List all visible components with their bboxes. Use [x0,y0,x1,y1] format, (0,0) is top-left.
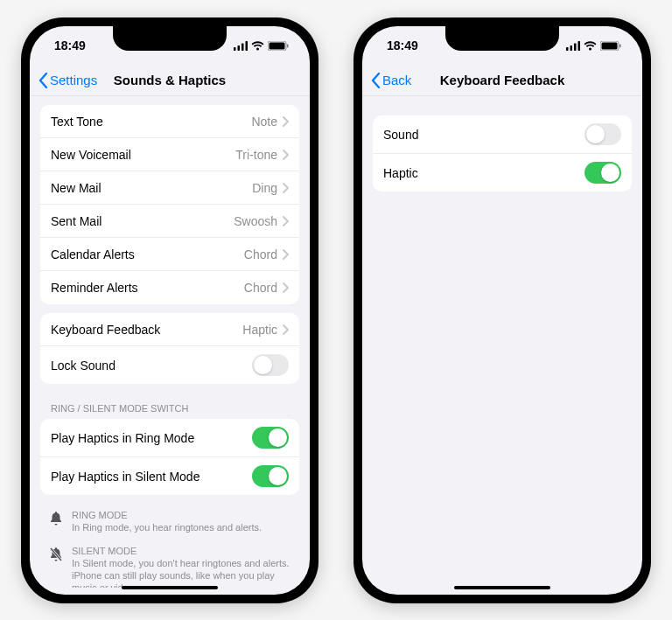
row-haptic: Haptic [373,154,632,192]
row-haptics-ring: Play Haptics in Ring Mode [40,419,299,457]
svg-rect-3 [246,41,248,51]
row-reminder-alerts[interactable]: Reminder Alerts Chord [40,271,299,304]
row-calendar-alerts[interactable]: Calendar Alerts Chord [40,238,299,271]
back-button[interactable]: Back [371,73,411,88]
feedback-section: Keyboard Feedback Haptic Lock Sound [40,313,299,384]
chevron-right-icon [283,282,289,293]
silent-mode-text: In Silent mode, you don't hear ringtones… [72,558,290,588]
ring-silent-section: Play Haptics in Ring Mode Play Haptics i… [40,419,299,495]
ring-mode-heading: RING MODE [72,509,262,521]
chevron-left-icon [38,73,48,88]
svg-rect-13 [578,41,581,51]
wifi-icon [251,41,264,51]
svg-rect-0 [234,47,236,51]
row-haptics-silent: Play Haptics in Silent Mode [40,457,299,495]
nav-bar: Settings Sounds & Haptics [30,65,310,96]
silent-mode-heading: SILENT MODE [72,545,290,557]
sounds-section: Text Tone Note New Voicemail Tri-tone Ne… [40,105,299,304]
status-icons [566,41,621,51]
row-value: Chord [244,281,277,295]
row-label: Play Haptics in Ring Mode [51,431,194,445]
silent-haptics-toggle[interactable] [252,465,289,487]
notch [445,26,559,51]
row-sound: Sound [373,115,632,154]
chevron-right-icon [283,150,289,160]
page-title: Sounds & Haptics [114,73,226,87]
chevron-right-icon [283,249,289,260]
ring-haptics-toggle[interactable] [252,427,289,449]
svg-rect-10 [566,47,569,51]
battery-icon [600,41,621,51]
row-label: Play Haptics in Silent Mode [51,470,200,484]
haptic-toggle[interactable] [584,162,621,184]
row-text-tone[interactable]: Text Tone Note [40,105,299,138]
status-time: 18:49 [387,38,418,52]
home-indicator[interactable] [122,586,218,589]
ring-mode-desc: RING MODEIn Ring mode, you hear ringtone… [30,504,310,540]
row-label: Lock Sound [51,359,116,373]
row-label: Sent Mail [51,214,102,228]
svg-rect-17 [620,44,621,47]
screen-right: 18:49 Back Keyboard Feedback Sound H [362,26,642,595]
page-title: Keyboard Feedback [440,73,565,87]
silent-mode-desc: SILENT MODEIn Silent mode, you don't hea… [30,540,310,588]
svg-rect-7 [287,44,289,47]
phone-left: 18:49 Settings Sounds & Haptics Text Ton… [21,17,318,603]
wifi-icon [584,41,597,51]
row-label: Reminder Alerts [51,281,138,295]
row-label: Keyboard Feedback [51,323,160,337]
status-time: 18:49 [54,38,86,52]
row-label: New Mail [51,181,102,195]
row-value: Tri-tone [235,148,277,162]
sound-toggle[interactable] [584,123,621,145]
screen-left: 18:49 Settings Sounds & Haptics Text Ton… [30,26,310,595]
row-label: Sound [383,128,418,142]
chevron-right-icon [283,324,289,335]
row-sent-mail[interactable]: Sent Mail Swoosh [40,205,299,238]
bell-icon [49,511,63,526]
row-value: Haptic [242,323,277,337]
svg-point-14 [589,47,592,50]
svg-point-4 [256,47,259,50]
row-label: Calendar Alerts [51,247,135,261]
chevron-right-icon [283,183,289,193]
chevron-right-icon [283,216,289,226]
row-label: Haptic [383,166,418,180]
chevron-left-icon [371,73,381,88]
nav-bar: Back Keyboard Feedback [362,65,642,96]
content-left[interactable]: Text Tone Note New Voicemail Tri-tone Ne… [30,96,310,588]
svg-rect-1 [238,45,241,51]
back-label: Back [382,73,411,87]
row-value: Ding [252,181,277,195]
back-button[interactable]: Settings [38,73,97,88]
status-icons [234,41,289,51]
svg-rect-16 [602,42,618,49]
row-lock-sound: Lock Sound [40,346,299,384]
svg-rect-2 [242,43,244,51]
row-value: Chord [244,247,277,261]
back-label: Settings [50,73,97,87]
row-value: Swoosh [234,214,277,228]
home-indicator[interactable] [454,586,550,589]
row-new-voicemail[interactable]: New Voicemail Tri-tone [40,138,299,171]
chevron-right-icon [283,116,289,127]
content-right[interactable]: Sound Haptic [362,96,642,588]
notch [113,26,227,51]
row-keyboard-feedback[interactable]: Keyboard Feedback Haptic [40,313,299,346]
ring-silent-header: RING / SILENT MODE SWITCH [30,393,310,417]
cellular-icon [566,41,580,51]
kb-feedback-section: Sound Haptic [373,115,632,192]
svg-rect-11 [570,45,573,51]
lock-sound-toggle[interactable] [252,354,289,376]
svg-rect-6 [270,42,285,49]
svg-rect-12 [574,43,577,51]
row-label: Text Tone [51,115,103,129]
phone-right: 18:49 Back Keyboard Feedback Sound H [354,17,651,603]
row-value: Note [251,115,277,129]
battery-icon [268,41,289,51]
cellular-icon [234,41,248,51]
row-new-mail[interactable]: New Mail Ding [40,171,299,205]
bell-slash-icon [49,547,63,562]
row-label: New Voicemail [51,148,131,162]
ring-mode-text: In Ring mode, you hear ringtones and ale… [72,522,262,533]
